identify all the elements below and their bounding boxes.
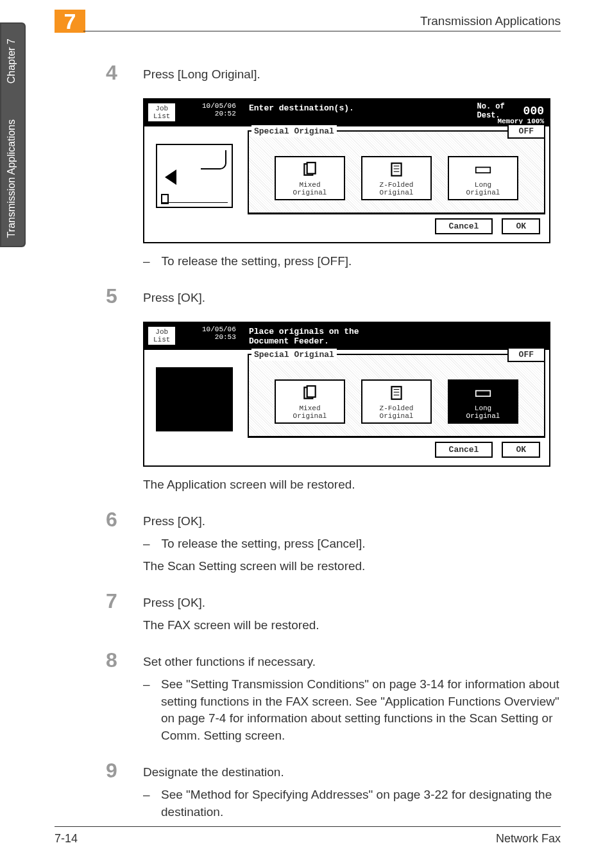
dash: – [143, 535, 150, 553]
svg-rect-8 [307, 386, 316, 397]
preview-area [144, 126, 244, 242]
substep-text: See "Method for Specifying Addresses" on… [161, 786, 561, 820]
panel-title: Special Original [251, 125, 337, 137]
job-date: 10/05/0620:53 [202, 326, 236, 341]
cancel-button[interactable]: Cancel [435, 218, 493, 234]
doc-name: Network Fax [496, 832, 561, 846]
svg-rect-2 [391, 163, 401, 176]
chapter-number-badge: 7 [55, 10, 85, 33]
screenshot-footer: Cancel OK [248, 437, 545, 462]
screenshot-footer: Cancel OK [248, 214, 545, 238]
step-9: 9 Designate the destination. – See "Meth… [106, 759, 561, 826]
preview-box [156, 144, 233, 208]
job-list-button[interactable]: Job List [148, 326, 176, 345]
caption-text: The Scan Setting screen will be restored… [143, 558, 561, 575]
special-original-panel: Special Original OFF Mixed Original [248, 130, 545, 214]
side-title: Transmission Applications [6, 119, 17, 238]
mixed-original-icon [277, 383, 343, 403]
step-5-caption: The Application screen will be restored. [143, 476, 561, 499]
header-rule [83, 31, 561, 31]
step-text: Set other functions if necessary. [143, 654, 561, 671]
screenshot-1: Job List 10/05/0620:52 Enter destination… [143, 98, 561, 243]
step-text: Designate the destination. [143, 764, 561, 781]
dash: – [143, 253, 150, 270]
long-original-icon [450, 383, 516, 403]
substep-text: See "Setting Transmission Conditions" on… [161, 676, 561, 744]
long-original-button-selected[interactable]: Long Original [448, 379, 518, 424]
job-list-area: Job List 10/05/0620:52 [144, 100, 244, 126]
job-list-button[interactable]: Job List [148, 103, 176, 122]
step-number: 4 [106, 61, 125, 85]
off-button[interactable]: OFF [507, 347, 545, 362]
caption-text: The Application screen will be restored. [143, 476, 561, 494]
substep-text: To release the setting, press [Cancel]. [162, 535, 366, 553]
ok-button[interactable]: OK [502, 218, 540, 234]
special-original-panel: Special Original OFF Mixed Original [248, 354, 545, 437]
dash: – [143, 786, 149, 820]
top-message: Place originals on the Document Feeder. [244, 323, 549, 350]
side-tab: Chapter 7 Transmission Applications [0, 22, 26, 247]
panel-title: Special Original [251, 349, 337, 361]
step-8: 8 Set other functions if necessary. – Se… [106, 648, 561, 749]
screenshot-2: Job List 10/05/0620:53 Place originals o… [143, 322, 561, 467]
dash: – [143, 676, 149, 744]
svg-rect-13 [476, 390, 491, 396]
step-text: Press [OK]. [143, 595, 561, 612]
cancel-button[interactable]: Cancel [435, 442, 493, 458]
arrow-left-icon [165, 169, 176, 185]
step-4: 4 Press [Long Original]. [106, 61, 561, 89]
long-original-button[interactable]: Long Original [448, 156, 518, 200]
zfolded-original-icon [364, 383, 429, 403]
zfolded-original-icon [364, 160, 429, 179]
preview-box [156, 367, 233, 431]
svg-rect-6 [476, 167, 491, 173]
step-text: Press [OK]. [143, 513, 561, 530]
job-date: 10/05/0620:52 [202, 102, 236, 117]
step-4-sub: – To release the setting, press [OFF]. [143, 253, 561, 275]
page-number: 7-14 [55, 832, 78, 846]
mixed-original-icon [277, 160, 343, 179]
step-number: 6 [106, 508, 125, 532]
mixed-original-button[interactable]: Mixed Original [275, 379, 345, 424]
ok-button[interactable]: OK [502, 442, 540, 458]
step-5: 5 Press [OK]. [106, 284, 561, 312]
caption-text: The FAX screen will be restored. [143, 617, 561, 634]
step-number: 8 [106, 648, 125, 672]
step-6: 6 Press [OK]. – To release the setting, … [106, 508, 561, 580]
zfolded-original-button[interactable]: Z-Folded Original [361, 156, 432, 200]
step-number: 5 [106, 284, 125, 308]
svg-rect-1 [307, 162, 316, 173]
page-title: Transmission Applications [420, 14, 561, 28]
preview-area [144, 350, 244, 465]
svg-rect-9 [391, 386, 401, 399]
page-footer: 7-14 Network Fax [55, 826, 561, 846]
long-original-icon [450, 160, 516, 179]
off-button[interactable]: OFF [507, 124, 545, 139]
substep-text: To release the setting, press [OFF]. [162, 253, 352, 270]
mixed-original-button[interactable]: Mixed Original [275, 156, 345, 200]
job-list-area: Job List 10/05/0620:53 [144, 323, 244, 350]
step-number: 9 [106, 759, 125, 783]
zfolded-original-button[interactable]: Z-Folded Original [361, 379, 432, 424]
step-text: Press [OK]. [143, 290, 561, 307]
content-area: 4 Press [Long Original]. Job List 10/05/… [106, 61, 561, 835]
step-number: 7 [106, 589, 125, 613]
top-message: Enter destination(s). No. of Dest. 000 M… [244, 100, 549, 126]
step-text: Press [Long Original]. [143, 66, 561, 83]
step-7: 7 Press [OK]. The FAX screen will be res… [106, 589, 561, 639]
chapter-label: Chapter 7 [6, 39, 17, 83]
